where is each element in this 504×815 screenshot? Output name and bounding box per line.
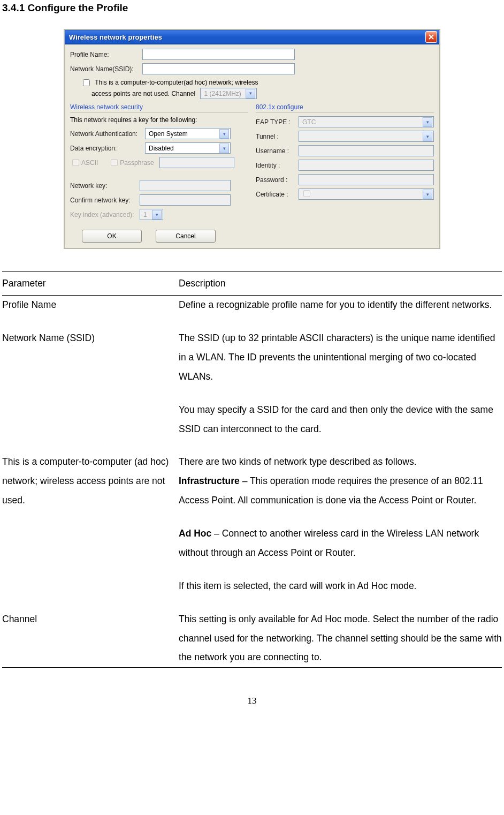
tunnel-select: ▾ (299, 131, 434, 142)
confirm-key-input (140, 194, 231, 206)
page-number: 13 (2, 696, 502, 706)
data-enc-select[interactable]: Disabled ▾ (145, 142, 231, 154)
eap-select: GTC ▾ (299, 116, 434, 127)
desc-adhoc-1: There are two kinds of network type desc… (179, 452, 502, 510)
close-icon[interactable] (425, 31, 437, 43)
adhoc-text-1: This is a computer-to-computer(ad hoc) n… (95, 79, 258, 86)
key-index-label: Key index (advanced): (70, 211, 140, 218)
profile-name-input[interactable] (142, 49, 295, 60)
security-heading: Wireless network security (70, 103, 248, 113)
data-enc-value: Disabled (149, 145, 174, 152)
desc-adhoc-3: If this item is selected, the card will … (179, 577, 502, 596)
chevron-down-icon: ▾ (423, 132, 432, 141)
adhoc-checkbox-row: This is a computer-to-computer(ad hoc) n… (81, 78, 434, 88)
param-ssid: Network Name (SSID) (2, 329, 179, 387)
tunnel-label: Tunnel : (256, 133, 299, 140)
net-auth-select[interactable]: Open System ▾ (145, 128, 231, 139)
passphrase-checkbox (111, 159, 118, 166)
desc-profile-name: Define a recognizable profile name for y… (179, 296, 502, 315)
chevron-down-icon: ▾ (423, 190, 432, 199)
ssid-input[interactable] (142, 63, 295, 74)
eap-value: GTC (302, 118, 316, 126)
titlebar: Wireless network properties (65, 30, 439, 44)
security-desc: This network requires a key for the foll… (70, 116, 248, 124)
cert-label: Certificate : (256, 191, 299, 198)
param-channel: Channel (2, 610, 179, 668)
cert-checkbox (303, 190, 310, 197)
ok-button[interactable]: OK (82, 230, 142, 243)
chevron-down-icon[interactable]: ▾ (219, 144, 229, 153)
password-input (299, 174, 434, 185)
window-title: Wireless network properties (69, 33, 162, 41)
parameter-table: Parameter Description Profile Name Defin… (2, 271, 502, 668)
cancel-button[interactable]: Cancel (156, 230, 216, 243)
chevron-down-icon: ▾ (246, 89, 255, 99)
confirm-key-label: Confirm network key: (70, 197, 140, 204)
th-parameter: Parameter (2, 272, 179, 296)
net-auth-value: Open System (149, 130, 188, 138)
key-index-value: 1 (143, 211, 147, 218)
th-description: Description (179, 272, 502, 296)
identity-input (299, 160, 434, 171)
section-title: 3.4.1 Configure the Profile (2, 2, 502, 14)
desc-ssid-1: The SSID (up to 32 printable ASCII chara… (179, 329, 502, 387)
passphrase-label: Passphrase (120, 159, 154, 167)
passphrase-input (159, 157, 234, 168)
8021x-heading: 802.1x configure (256, 103, 434, 113)
wireless-properties-dialog: Wireless network properties Profile Name… (64, 29, 440, 249)
username-label: Username : (256, 147, 299, 155)
username-input (299, 145, 434, 156)
ssid-label: Network Name(SSID): (70, 65, 142, 73)
identity-label: Identity : (256, 162, 299, 169)
adhoc-text-2: access points are not used. Channel (91, 90, 195, 97)
eap-label: EAP TYPE : (256, 118, 299, 126)
ascii-checkbox (72, 159, 79, 166)
param-adhoc: This is a computer-to-computer (ad hoc) … (2, 452, 179, 510)
chevron-down-icon: ▾ (152, 210, 162, 220)
key-index-select: 1 ▾ (140, 209, 163, 220)
desc-ssid-2: You may specify a SSID for the card and … (179, 401, 502, 439)
channel-value: 1 (2412MHz) (204, 89, 241, 99)
adhoc-checkbox[interactable] (83, 79, 90, 86)
net-auth-label: Network Authentication: (70, 130, 145, 138)
password-label: Password : (256, 176, 299, 184)
ascii-label: ASCII (81, 159, 98, 167)
param-profile-name: Profile Name (2, 296, 179, 315)
desc-adhoc-2: Ad Hoc – Connect to another wireless car… (179, 524, 502, 563)
profile-name-label: Profile Name: (70, 51, 142, 58)
net-key-label: Network key: (70, 182, 140, 190)
net-key-input (140, 180, 231, 191)
cert-select: ▾ (299, 188, 434, 200)
chevron-down-icon: ▾ (423, 117, 432, 127)
chevron-down-icon[interactable]: ▾ (219, 129, 229, 139)
channel-select: 1 (2412MHz) ▾ (200, 88, 257, 99)
data-enc-label: Data encryption: (70, 145, 145, 152)
desc-channel: This setting is only available for Ad Ho… (179, 610, 502, 668)
